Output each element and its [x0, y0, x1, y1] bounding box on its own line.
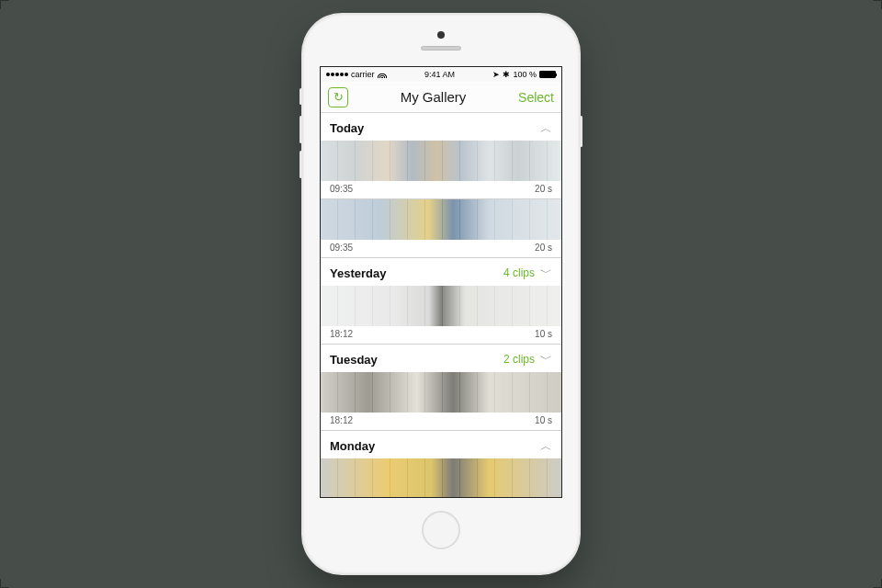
section-right: ︿ [540, 119, 552, 136]
clip-thumbnail[interactable] [321, 141, 561, 181]
screen: carrier 9:41 AM ➤ ✱ 100 % ↻ My Gallery S… [320, 66, 562, 498]
clip-item[interactable]: 18:1210 s [321, 286, 561, 344]
phone-top [421, 15, 461, 66]
signal-dots-icon [326, 73, 348, 76]
section-right: 2 clips﹀ [503, 351, 552, 368]
section-title: Tuesday [330, 353, 378, 367]
section-title: Monday [330, 439, 375, 453]
volume-down-button [300, 151, 302, 178]
carrier-label: carrier [351, 70, 375, 79]
clock: 9:41 AM [424, 70, 455, 79]
section-header[interactable]: Yesterday4 clips﹀ [321, 258, 561, 286]
clip-duration: 20 s [535, 184, 552, 194]
clip-duration: 10 s [535, 415, 552, 425]
power-button [580, 116, 582, 147]
section-header[interactable]: Tuesday2 clips﹀ [321, 345, 561, 372]
chevron-up-icon[interactable]: ︿ [540, 438, 552, 455]
clip-duration: 20 s [535, 243, 552, 253]
clip-thumbnail[interactable] [321, 199, 561, 240]
battery-icon [539, 71, 556, 78]
section-header[interactable]: Today︿ [321, 113, 561, 141]
clip-thumbnail[interactable] [321, 458, 561, 497]
chevron-down-icon[interactable]: ﹀ [540, 351, 552, 368]
clip-time: 18:12 [330, 415, 353, 425]
clip-time: 18:12 [330, 329, 353, 339]
clip-time: 09:35 [330, 184, 353, 194]
clip-time: 09:35 [330, 243, 353, 253]
home-button[interactable] [422, 511, 460, 549]
battery-percent: 100 % [513, 70, 537, 79]
clip-meta: 09:3520 s [321, 181, 561, 198]
clip-item[interactable]: 09:3520 s [321, 141, 561, 198]
wifi-icon [378, 71, 387, 78]
clips-count: 4 clips [503, 266, 535, 279]
section-right: 4 clips﹀ [503, 265, 552, 281]
clips-count: 2 clips [503, 353, 535, 366]
bluetooth-icon: ✱ [503, 70, 510, 79]
page-title: My Gallery [401, 89, 467, 105]
clip-meta: 18:1210 s [321, 326, 561, 344]
clip-item[interactable]: 18:10HD • 10 s [321, 458, 561, 497]
section-title: Today [330, 121, 364, 135]
chevron-up-icon[interactable]: ︿ [540, 120, 552, 137]
chevron-down-icon[interactable]: ﹀ [540, 265, 552, 281]
nav-bar: ↻ My Gallery Select [321, 82, 561, 113]
clip-meta: 09:3520 s [321, 240, 561, 257]
back-button[interactable]: ↻ [328, 87, 348, 107]
clip-meta: 18:1210 s [321, 413, 561, 430]
earpiece [421, 46, 461, 51]
back-arrow-icon: ↻ [334, 90, 344, 104]
gallery-content[interactable]: Today︿09:3520 s09:3520 sYesterday4 clips… [321, 113, 561, 497]
clip-thumbnail[interactable] [321, 372, 561, 413]
section-right: ︿ [540, 437, 552, 454]
clip-item[interactable]: 18:1210 s [321, 372, 561, 430]
select-button[interactable]: Select [518, 90, 554, 105]
front-camera [437, 31, 445, 39]
phone-frame: carrier 9:41 AM ➤ ✱ 100 % ↻ My Gallery S… [303, 15, 579, 573]
silence-switch [300, 88, 302, 105]
clip-item[interactable]: 09:3520 s [321, 199, 561, 257]
location-icon: ➤ [492, 70, 500, 79]
clip-duration: 10 s [535, 329, 552, 339]
status-bar: carrier 9:41 AM ➤ ✱ 100 % [321, 67, 561, 82]
section-header[interactable]: Monday︿ [321, 431, 561, 458]
clip-thumbnail[interactable] [321, 286, 561, 326]
volume-up-button [300, 116, 302, 143]
section-title: Yesterday [330, 266, 386, 280]
